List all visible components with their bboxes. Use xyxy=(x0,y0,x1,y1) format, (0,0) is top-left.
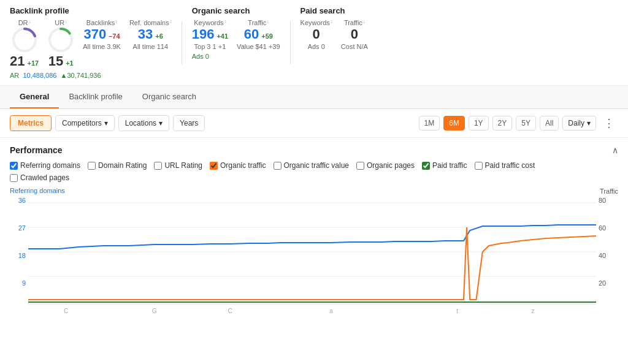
ar-row: AR 10,488,086 ▲30,741,936 xyxy=(10,72,172,79)
competitors-chevron-icon: ▾ xyxy=(104,119,108,127)
period-chevron-icon: ▾ xyxy=(587,119,591,127)
organic-traffic-info-icon[interactable]: ⁱ xyxy=(267,20,269,26)
backlinks-metric: Backlinks ⁱ 370 –74 All time 3.9K xyxy=(83,19,121,50)
divider-2 xyxy=(290,21,291,64)
url-rating-checkbox[interactable] xyxy=(154,162,162,170)
performance-title: Performance xyxy=(10,145,63,155)
checkbox-organic-traffic[interactable]: Organic traffic xyxy=(210,161,266,170)
backlink-section: Backlink profile DR ⁱ 21 xyxy=(10,6,172,79)
organic-traffic-metric: Traffic ⁱ 60 +59 Value $41 +39 xyxy=(237,19,280,50)
locations-dropdown[interactable]: Locations ▾ xyxy=(118,115,169,131)
organic-value-checkbox[interactable] xyxy=(274,162,281,170)
checkbox-crawled-pages[interactable]: Crawled pages xyxy=(10,173,69,182)
performance-chart: C G C a t z xyxy=(28,197,596,316)
dr-info-icon[interactable]: ⁱ xyxy=(29,20,31,26)
checkbox-organic-value[interactable]: Organic traffic value xyxy=(274,161,350,170)
domain-rating-checkbox[interactable] xyxy=(88,162,96,170)
crawled-pages-checkbox[interactable] xyxy=(10,174,18,182)
paid-keywords-info-icon[interactable]: ⁱ xyxy=(331,20,332,26)
checkboxes-row-2: Crawled pages xyxy=(10,173,618,182)
referring-domains-line xyxy=(28,225,596,249)
organic-traffic-line xyxy=(28,227,596,300)
paid-traffic-metric: Traffic ⁱ 0 Cost N/A xyxy=(341,19,368,50)
checkbox-organic-pages[interactable]: Organic pages xyxy=(356,161,415,170)
paid-keywords-metric: Keywords ⁱ 0 Ads 0 xyxy=(301,19,332,50)
svg-text:C: C xyxy=(64,308,68,314)
locations-chevron-icon: ▾ xyxy=(159,119,163,127)
time-2y-button[interactable]: 2Y xyxy=(492,116,513,131)
organic-section: Organic search Keywords ⁱ 196 +41 Top 3 … xyxy=(192,6,280,60)
checkbox-paid-traffic[interactable]: Paid traffic xyxy=(422,161,467,170)
time-1y-button[interactable]: 1Y xyxy=(469,116,489,131)
more-options-button[interactable]: ⋮ xyxy=(600,115,618,131)
checkboxes-row-1: Referring domains Domain Rating URL Rati… xyxy=(10,161,618,170)
controls-left: Metrics Competitors ▾ Locations ▾ Years xyxy=(10,115,205,131)
controls-bar: Metrics Competitors ▾ Locations ▾ Years … xyxy=(0,109,628,138)
checkbox-referring-domains[interactable]: Referring domains xyxy=(10,161,80,170)
paid-section: Paid search Keywords ⁱ 0 Ads 0 Traffic ⁱ xyxy=(301,6,374,50)
right-axis: 80 60 40 20 xyxy=(596,197,618,318)
svg-text:G: G xyxy=(152,308,157,314)
ref-domains-metric: Ref. domains ⁱ 33 +6 All time 114 xyxy=(129,19,172,50)
paid-traffic-info-icon[interactable]: ⁱ xyxy=(364,20,365,26)
tab-general[interactable]: General xyxy=(10,86,59,108)
metrics-button[interactable]: Metrics xyxy=(10,115,52,131)
dr-gauge xyxy=(11,26,38,53)
time-6m-button[interactable]: 6M xyxy=(443,116,465,131)
backlink-title: Backlink profile xyxy=(10,6,172,15)
svg-text:z: z xyxy=(532,308,535,314)
ur-gauge xyxy=(47,26,74,53)
organic-pages-checkbox[interactable] xyxy=(356,162,364,170)
ref-domains-info-icon[interactable]: ⁱ xyxy=(170,20,172,26)
header: Backlink profile DR ⁱ 21 xyxy=(0,0,628,86)
time-5y-button[interactable]: 5Y xyxy=(516,116,536,131)
divider-1 xyxy=(182,21,182,64)
tabs-bar: General Backlink profile Organic search xyxy=(0,86,628,109)
organic-keywords-info-icon[interactable]: ⁱ xyxy=(225,20,226,26)
organic-ads-row: Ads 0 xyxy=(192,53,280,60)
checkbox-domain-rating[interactable]: Domain Rating xyxy=(88,161,147,170)
competitors-dropdown[interactable]: Competitors ▾ xyxy=(55,115,115,131)
time-all-button[interactable]: All xyxy=(540,116,559,131)
time-1m-button[interactable]: 1M xyxy=(419,116,440,131)
ur-metric: UR ⁱ 15 +1 xyxy=(47,19,74,69)
organic-keywords-metric: Keywords ⁱ 196 +41 Top 3 1 +1 xyxy=(192,19,228,50)
svg-text:C: C xyxy=(228,308,232,314)
controls-right: 1M 6M 1Y 2Y 5Y All Daily ▾ ⋮ xyxy=(419,115,618,131)
svg-text:a: a xyxy=(329,308,333,314)
chart-with-axes: 36 27 18 9 xyxy=(10,197,618,318)
performance-section: Performance ∧ Referring domains Domain R… xyxy=(0,138,628,323)
checkbox-url-rating[interactable]: URL Rating xyxy=(154,161,202,170)
checkbox-paid-cost[interactable]: Paid traffic cost xyxy=(475,161,535,170)
referring-domains-checkbox[interactable] xyxy=(10,162,18,170)
backlinks-info-icon[interactable]: ⁱ xyxy=(116,20,117,26)
collapse-icon[interactable]: ∧ xyxy=(612,145,618,155)
left-axis-label: Referring domains xyxy=(10,187,65,194)
paid-cost-checkbox[interactable] xyxy=(475,162,483,170)
left-axis: 36 27 18 9 xyxy=(10,197,28,318)
dr-metric: DR ⁱ 21 +17 xyxy=(10,19,39,69)
tab-organic-search[interactable]: Organic search xyxy=(132,86,206,108)
performance-header: Performance ∧ xyxy=(10,145,618,155)
years-button[interactable]: Years xyxy=(173,115,205,131)
chart-svg-container: C G C a t z xyxy=(28,197,596,318)
svg-text:t: t xyxy=(456,308,458,314)
organic-traffic-checkbox[interactable] xyxy=(210,162,218,170)
tab-backlink-profile[interactable]: Backlink profile xyxy=(59,86,132,108)
paid-traffic-checkbox[interactable] xyxy=(422,162,430,170)
chart-container: Referring domains Traffic 36 27 18 9 xyxy=(10,187,618,323)
right-axis-label: Traffic xyxy=(600,188,618,195)
period-dropdown[interactable]: Daily ▾ xyxy=(562,116,596,131)
ur-info-icon[interactable]: ⁱ xyxy=(66,20,67,26)
